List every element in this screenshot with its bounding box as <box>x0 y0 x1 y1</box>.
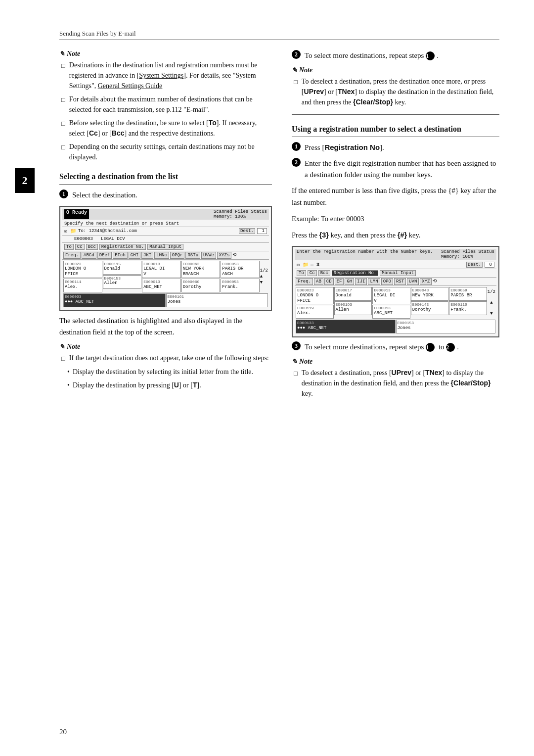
note-item-2a: □ If the target destination does not app… <box>59 353 272 364</box>
screen-cell-2-11: E000119Frank. <box>449 301 487 315</box>
screen-cell-1-8: E000153Allen <box>103 275 142 289</box>
screen-cell-2-8: E000193Allen <box>334 301 372 315</box>
screen-1: O Ready Scanned Files StatusMemory: 100%… <box>59 206 272 311</box>
screen-cell-1-9: E000013ABC_NET <box>142 279 181 292</box>
note-icon-3: ✎ <box>292 66 297 74</box>
bullet-1: • Display the destination by selecting i… <box>59 367 272 377</box>
step-row-r3: 2 Enter the five digit registration numb… <box>292 158 499 180</box>
screen-cell-2-3: E000013LEGAL DIV <box>372 287 410 304</box>
note-block-2: ✎ Note □ If the target destination does … <box>59 343 272 390</box>
section-heading-2: Using a registration number to select a … <box>292 124 499 137</box>
checkbox-2a: □ <box>61 354 65 364</box>
step-block-1: 1 Select the destination. <box>59 189 272 201</box>
screen-cell-1-3: E000013LEGAL DIV <box>142 261 181 278</box>
screen-to-bar-1: To Cc Bcc Registration No. Manual Input <box>62 243 269 251</box>
screen-cell-2-7: E000119Alex. <box>296 305 334 319</box>
checkbox-1b: □ <box>61 95 65 115</box>
checkbox-3a: □ <box>294 77 298 107</box>
screen-icons-row-1: ✉ 📁 To: 12345@thctnail.com Dest. 1 <box>62 227 269 236</box>
screen-cell-1-10: E000060Dorothy <box>181 279 221 292</box>
note-title-3: ✎ Note <box>292 66 499 74</box>
bullet-2: • Display the destination by pressing [U… <box>59 380 272 390</box>
note-block-1: ✎ Note □ Destinations in the destination… <box>59 50 272 162</box>
screen-status-bar-1: O Ready Scanned Files StatusMemory: 100% <box>62 209 269 220</box>
body-text-r2: Example: To enter 00003 <box>292 213 499 225</box>
tab-bar-1: Freq. ABCd DEef EFch GHI JKI LMNc OPQr R… <box>62 251 269 260</box>
screen-cell-2-1: E000023LONDON OFFICE <box>296 287 334 304</box>
page: Sending Scan Files by E-mail 2 ✎ Note □ … <box>0 0 534 756</box>
screen-cell-1-12: E000161Jones <box>166 293 268 307</box>
note-icon-2: ✎ <box>59 343 65 351</box>
screen-cell-1-1: E000023LONDON OFFICE <box>63 261 102 278</box>
step-num-r2: 1 <box>292 142 301 151</box>
step-row-r2: 1 Press [Registration No]. <box>292 142 499 153</box>
step-block-r2: 1 Press [Registration No]. <box>292 142 499 153</box>
screen-cell-1-4: E000062NEW YORKBRANCH <box>181 261 221 278</box>
screen-grid-row2-extra: E000093●●● ABC_NET E000161Jones <box>62 293 269 308</box>
bullet-dot-2: • <box>67 380 70 390</box>
screen-cell-1-7: E000111Alex. <box>63 279 102 292</box>
step-block-r4: 3 To select more destinations, repeat st… <box>292 341 499 353</box>
screen-grid-row2b-extra: E000133●●● ABC_NET E000153Jones <box>295 320 496 334</box>
screen-cell-2-12: E000153Jones <box>396 320 496 333</box>
bullet-dot-1: • <box>67 367 70 377</box>
step-num-1: 1 <box>59 189 68 198</box>
checkbox-1d: □ <box>61 142 65 162</box>
step-row-1: 1 Select the destination. <box>59 189 272 201</box>
body-text-1: The selected destination is highlighted … <box>59 315 272 338</box>
screen-to-bar-2: To Cc Bcc Registration No. Manual Input <box>295 269 496 278</box>
note-item-4a: □ To deselect a destination, press [UPre… <box>292 368 499 399</box>
note-item-1b: □ For details about the maximum number o… <box>59 94 272 115</box>
screen-prompt-1: Specify the next destination or press St… <box>62 221 269 227</box>
screen-cell-2-9: E000013ABC_NET <box>372 305 410 319</box>
tab-bar-2: Freq. AB CD EF GH IJI LMN OPO RST UVN XY… <box>295 278 496 286</box>
screen-icons-row-2: ✉ 📁 — 3 Dest. 0 <box>295 261 496 269</box>
step-num-r4: 3 <box>292 341 301 350</box>
note-item-1a: □ Destinations in the destination list a… <box>59 60 272 91</box>
section-heading-1: Selecting a destination from the list <box>59 171 272 185</box>
note-title-4: ✎ Note <box>292 358 499 366</box>
note-item-3a: □ To deselect a destination, press the d… <box>292 76 499 107</box>
left-column: ✎ Note □ Destinations in the destination… <box>59 50 272 406</box>
note-block-3: ✎ Note □ To deselect a destination, pres… <box>292 66 499 107</box>
step-num-r3: 2 <box>292 158 301 167</box>
screen-cell-2-6: E000133●●● ABC_NET <box>296 320 396 333</box>
screen-cell-1-11: E000053Frank. <box>221 279 260 292</box>
note-title-2: ✎ Note <box>59 343 272 351</box>
note-block-4: ✎ Note □ To deselect a destination, pres… <box>292 358 499 399</box>
screen-cell-2-5: E000059PARIS BR <box>449 287 487 301</box>
divider-1 <box>292 114 499 115</box>
screen-grid-1: E000023LONDON OFFICE E000111Alex. E00011… <box>62 260 269 293</box>
body-text-r1: If the entered number is less than five … <box>292 185 499 208</box>
note-item-1d: □ Depending on the security settings, ce… <box>59 142 272 162</box>
screen-grid-2: E000023LONDON OFFICE E000119Alex. E00001… <box>295 286 496 320</box>
note-icon-1: ✎ <box>59 50 65 58</box>
screen-cell-1-5: E000053PARIS BRANCH <box>221 261 260 278</box>
screen-status-bar-2: Enter the registration number with the N… <box>295 249 496 260</box>
note-icon-4: ✎ <box>292 358 297 366</box>
step-block-r3: 2 Enter the five digit registration numb… <box>292 158 499 180</box>
step-row-r1: 2 To select more destinations, repeat st… <box>292 50 499 61</box>
step-num-r1: 2 <box>292 50 301 59</box>
checkbox-4a: □ <box>294 369 298 399</box>
header-text: Sending Scan Files by E-mail <box>59 30 136 37</box>
screen-cell-1-6: E000093●●● ABC_NET <box>63 293 166 307</box>
note-title-1: ✎ Note <box>59 50 272 58</box>
step-row-r4: 3 To select more destinations, repeat st… <box>292 341 499 353</box>
right-column: 2 To select more destinations, repeat st… <box>292 50 499 406</box>
main-content: ✎ Note □ Destinations in the destination… <box>59 50 499 406</box>
note-item-1c: □ Before selecting the destination, be s… <box>59 118 272 139</box>
screen-cell-2-4: E000043NEW YORK <box>411 287 449 301</box>
memory-bar-1: Scanned Files StatusMemory: 100% <box>214 209 267 219</box>
screen-cell-1-2: E000115Donald <box>103 261 142 275</box>
checkbox-1a: □ <box>61 61 65 91</box>
page-number: 20 <box>59 728 67 736</box>
screen-ready-1: O Ready <box>64 209 89 219</box>
screen-cell-2-2: E000017Donald <box>334 287 372 301</box>
body-text-r3: Press the {3} key, and then press the {#… <box>292 230 499 241</box>
screen-2: Enter the registration number with the N… <box>292 246 499 337</box>
checkbox-1c: □ <box>61 119 65 139</box>
chapter-marker: 2 <box>15 168 35 193</box>
screen-cell-2-10: E000143Dorothy <box>411 301 449 315</box>
screen-email-row-1: E000003 LEGAL DIV <box>62 236 269 243</box>
